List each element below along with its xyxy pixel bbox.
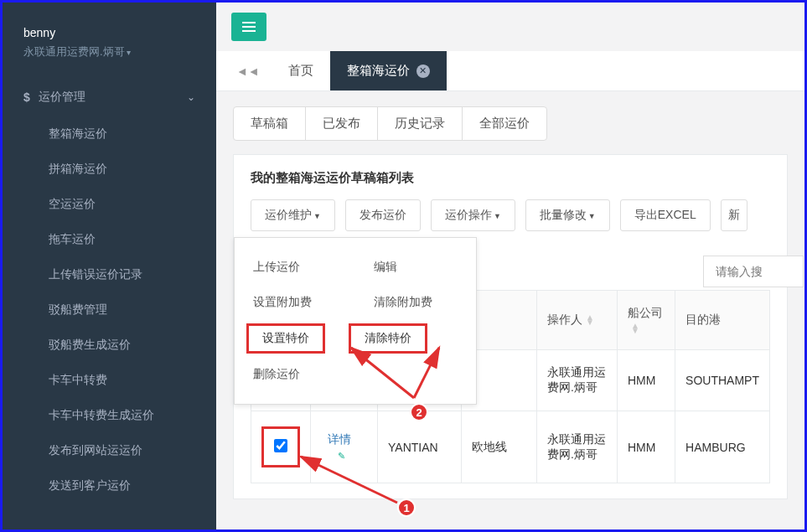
submenu-item[interactable]: 发送到客户运价 bbox=[3, 468, 216, 504]
batch-button[interactable]: 批量修改▼ bbox=[525, 199, 610, 231]
row-checkbox[interactable] bbox=[274, 439, 287, 452]
user-name: benny bbox=[23, 26, 195, 39]
annotation-badge-1: 1 bbox=[397, 498, 416, 517]
caret-down-icon: ▼ bbox=[313, 212, 321, 220]
details-link[interactable]: 详情 bbox=[328, 432, 351, 447]
chevron-down-icon: ⌄ bbox=[187, 91, 195, 103]
cell-carrier: HMM bbox=[618, 411, 675, 483]
sort-icon: ▲▼ bbox=[631, 323, 639, 333]
publish-button[interactable]: 发布运价 bbox=[345, 199, 421, 231]
search-input[interactable] bbox=[703, 256, 804, 287]
dropdown-set-special[interactable]: 设置特价 bbox=[246, 323, 325, 354]
cell-carrier: HMM bbox=[618, 350, 675, 411]
hamburger-button[interactable] bbox=[231, 13, 266, 41]
more-button[interactable]: 新 bbox=[721, 199, 748, 231]
toolbar: 运价维护▼ 发布运价 运价操作▼ 批量修改▼ 导出EXCEL 新 bbox=[251, 199, 770, 231]
btn-label: 运价维护 bbox=[265, 208, 312, 221]
submenu-item[interactable]: 驳船费管理 bbox=[3, 292, 216, 328]
dropdown-set-surcharge[interactable]: 设置附加费 bbox=[235, 285, 355, 320]
table-row: 详情 ✎ YANTIAN 欧地线 永联通用运费网.炳哥 HMM HAMBURG bbox=[251, 411, 770, 483]
col-operator[interactable]: 操作人▲▼ bbox=[537, 291, 618, 350]
btn-label: 批量修改 bbox=[540, 208, 587, 221]
menu-section-pricing[interactable]: $ 运价管理 ⌄ bbox=[3, 78, 216, 116]
tab-home[interactable]: 首页 bbox=[272, 51, 330, 90]
sidebar: benny 永联通用运费网.炳哥 $ 运价管理 ⌄ 整箱海运价 拼箱海运价 空运… bbox=[3, 3, 216, 529]
dollar-icon: $ bbox=[23, 90, 30, 104]
topbar bbox=[216, 3, 804, 51]
export-button[interactable]: 导出EXCEL bbox=[620, 199, 711, 231]
close-icon[interactable]: ✕ bbox=[416, 65, 430, 78]
submenu-item[interactable]: 驳船费生成运价 bbox=[3, 328, 216, 363]
th-label: 操作人 bbox=[547, 312, 582, 326]
sidebar-header: benny 永联通用运费网.炳哥 bbox=[3, 3, 216, 78]
caret-down-icon: ▼ bbox=[588, 212, 596, 220]
operate-dropdown: 上传运价 编辑 设置附加费 清除附加费 设置特价 清除特价 删除运价 bbox=[234, 237, 477, 405]
submenu-item[interactable]: 空运运价 bbox=[3, 187, 216, 222]
cell-dest: SOUTHAMPT bbox=[675, 350, 770, 411]
subtab-history[interactable]: 历史记录 bbox=[377, 106, 463, 141]
operate-button[interactable]: 运价操作▼ bbox=[431, 199, 515, 231]
submenu: 整箱海运价 拼箱海运价 空运运价 拖车运价 上传错误运价记录 驳船费管理 驳船费… bbox=[3, 116, 216, 504]
col-carrier[interactable]: 船公司▲▼ bbox=[618, 291, 675, 350]
maintain-button[interactable]: 运价维护▼ bbox=[251, 199, 335, 231]
content: 草稿箱 已发布 历史记录 全部运价 我的整箱海运运价草稿箱列表 运价维护▼ 发布… bbox=[216, 91, 804, 529]
submenu-item[interactable]: 整箱海运价 bbox=[3, 116, 216, 152]
checkbox-highlight bbox=[261, 426, 300, 467]
subtab-all[interactable]: 全部运价 bbox=[462, 106, 547, 141]
user-org-dropdown[interactable]: 永联通用运费网.炳哥 bbox=[23, 44, 195, 59]
submenu-item[interactable]: 发布到网站运运价 bbox=[3, 433, 216, 468]
cell-operator: 永联通用运费网.炳哥 bbox=[537, 411, 618, 483]
submenu-item[interactable]: 卡车中转费 bbox=[3, 363, 216, 398]
hamburger-icon bbox=[242, 26, 256, 28]
panel: 我的整箱海运运价草稿箱列表 运价维护▼ 发布运价 运价操作▼ 批量修改▼ 导出E… bbox=[233, 154, 788, 499]
subtab-published[interactable]: 已发布 bbox=[305, 106, 378, 141]
submenu-item[interactable]: 上传错误运价记录 bbox=[3, 257, 216, 292]
th-label: 目的港 bbox=[685, 312, 721, 326]
subtab-draft[interactable]: 草稿箱 bbox=[233, 106, 306, 141]
col-dest[interactable]: 目的港 bbox=[675, 291, 770, 350]
tab-label: 整箱海运价 bbox=[347, 63, 410, 79]
main-area: ◄◄ 首页 整箱海运价 ✕ 草稿箱 已发布 历史记录 全部运价 我的整箱海运运价… bbox=[216, 3, 804, 529]
btn-label: 运价操作 bbox=[445, 208, 492, 221]
dropdown-clear-surcharge[interactable]: 清除附加费 bbox=[355, 285, 476, 320]
tab-fcl-price[interactable]: 整箱海运价 ✕ bbox=[330, 51, 447, 90]
tabbar: ◄◄ 首页 整箱海运价 ✕ bbox=[216, 51, 804, 91]
th-label: 船公司 bbox=[628, 306, 663, 319]
annotation-badge-2: 2 bbox=[410, 403, 428, 421]
dropdown-clear-special[interactable]: 清除特价 bbox=[349, 323, 427, 354]
submenu-item[interactable]: 卡车中转费生成运价 bbox=[3, 398, 216, 433]
cell-dest: HAMBURG bbox=[675, 411, 770, 483]
tabbar-back-button[interactable]: ◄◄ bbox=[225, 54, 272, 88]
edit-icon[interactable]: ✎ bbox=[338, 451, 367, 462]
cell-operator: 永联通用运费网.炳哥 bbox=[537, 350, 618, 411]
menu-section-label: 运价管理 bbox=[39, 90, 85, 105]
cell-port: YANTIAN bbox=[378, 411, 462, 483]
sort-icon: ▲▼ bbox=[586, 315, 594, 325]
submenu-item[interactable]: 拖车运价 bbox=[3, 222, 216, 257]
caret-down-icon: ▼ bbox=[494, 212, 501, 220]
subtabs: 草稿箱 已发布 历史记录 全部运价 bbox=[233, 106, 788, 141]
panel-title: 我的整箱海运运价草稿箱列表 bbox=[251, 170, 770, 186]
cell-route: 欧地线 bbox=[462, 411, 537, 483]
submenu-item[interactable]: 拼箱海运价 bbox=[3, 152, 216, 187]
dropdown-delete[interactable]: 删除运价 bbox=[235, 357, 476, 392]
dropdown-edit[interactable]: 编辑 bbox=[355, 250, 476, 285]
dropdown-upload[interactable]: 上传运价 bbox=[235, 250, 355, 285]
